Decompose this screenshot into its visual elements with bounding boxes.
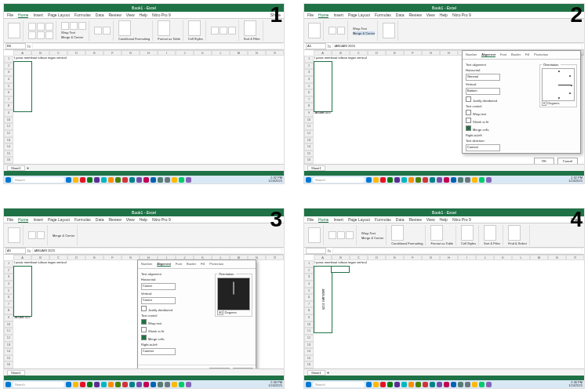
taskbar-app-icon[interactable] [408,177,414,183]
ribbon[interactable]: Wrap TextMerge & Center [304,19,584,43]
ok-button[interactable]: OK [209,368,230,368]
taskbar-app-icon[interactable] [401,382,407,387]
cancel-button[interactable]: Cancel [233,368,253,368]
taskbar-app-icon[interactable] [486,177,492,183]
shrink-checkbox[interactable] [466,118,471,123]
taskbar-app-icon[interactable] [430,177,435,183]
taskbar-app-icon[interactable] [416,177,421,183]
taskbar-app-icon[interactable] [444,177,449,183]
taskbar-app-icon[interactable] [66,177,71,183]
clock[interactable]: 2:32 PM1/24/2025 [268,176,282,183]
wrap-checkbox[interactable] [466,110,471,115]
taskbar-app-icon[interactable] [151,382,156,387]
taskbar-app-icon[interactable] [108,177,114,183]
dialog-tabs[interactable]: NumberAlignmentFontBorderFillProtection [463,51,580,60]
ok-button[interactable]: OK [534,158,554,164]
cond-format-button[interactable] [118,20,131,36]
text-direction-dropdown[interactable]: Context [466,144,500,151]
orientation-dial[interactable] [542,68,575,101]
taskbar-app-icon[interactable] [444,382,449,387]
taskbar-app-icon[interactable] [387,382,393,387]
merged-cell[interactable] [314,61,332,112]
taskbar-app-icon[interactable] [129,382,135,387]
name-box[interactable]: B6 [5,43,26,49]
vertical-dropdown[interactable]: Bottom [466,88,500,95]
cell-a1[interactable]: I posis membuat tulisan tegov vertical [13,56,67,60]
cell-grid[interactable]: I posis membuat tulisan tegov vertical [13,56,284,164]
merged-vertical-cell[interactable]: JANUARI 2025 [314,266,332,333]
formula-bar[interactable]: B6 fx [4,43,284,50]
worksheet[interactable]: ABCDEFGHIJKLMNO 12345678910111213141516 … [4,50,284,164]
taskbar-app-icon[interactable] [401,177,407,183]
taskbar-app-icon[interactable] [158,177,163,183]
degrees-spinner[interactable]: 90 [217,310,223,315]
taskbar-app-icon[interactable] [366,177,372,183]
taskbar-app-icon[interactable] [129,177,135,183]
taskbar-app-icon[interactable] [394,177,400,183]
row-headers[interactable]: 12345678910111213141516 [4,56,13,164]
taskbar-app-icon[interactable] [387,177,393,183]
merge-center-button[interactable]: Merge & Center [353,31,375,35]
formula-input[interactable]: JANUARI 2025 [332,43,583,49]
taskbar-app-icon[interactable] [73,177,78,183]
taskbar-app-icon[interactable] [172,382,177,387]
taskbar-app-icon[interactable] [87,177,93,183]
worksheet[interactable]: ABCDEFGHIJKLMNO12345678910111213141516 I… [304,50,584,164]
merge-checkbox[interactable] [141,335,147,340]
taskbar-app-icon[interactable] [151,177,156,183]
taskbar-app-icon[interactable] [479,177,485,183]
taskbar-app-icon[interactable] [416,382,421,387]
ribbon-tabs[interactable]: FileHomeInsertPage LayoutFormulasDataRev… [304,216,584,223]
column-headers[interactable]: ABCDEFGHIJKLMNO [13,50,284,56]
taskbar-app-icon[interactable] [94,382,100,387]
taskbar-app-icon[interactable] [437,177,442,183]
taskbar[interactable]: Search 2:36 PM1/24/2025 [4,380,284,388]
taskbar-app-icon[interactable] [380,382,386,387]
merge-checkbox[interactable] [466,125,471,131]
taskbar-app-icon[interactable] [472,382,477,387]
taskbar-app-icon[interactable] [366,382,372,387]
taskbar-app-icon[interactable] [158,382,163,387]
taskbar-app-icon[interactable] [165,382,170,387]
taskbar-app-icon[interactable] [472,177,477,183]
taskbar-app-icon[interactable] [143,382,149,387]
taskbar[interactable]: Search 2:32 PM1/24/2025 [304,176,584,183]
taskbar-app-icon[interactable] [136,382,142,387]
name-box[interactable]: A5 [306,43,326,49]
taskbar-app-icon[interactable] [465,382,470,387]
taskbar-app-icon[interactable] [101,177,107,183]
fx-icon[interactable]: fx [27,44,31,49]
vertical-dropdown[interactable]: Center [141,297,176,304]
taskbar-app-icon[interactable] [186,177,191,183]
taskbar-app-icon[interactable] [451,382,456,387]
taskbar-app-icon[interactable] [115,177,121,183]
taskbar-apps[interactable] [66,177,191,183]
wrap-checkbox[interactable] [141,319,147,325]
taskbar-app-icon[interactable] [172,177,177,183]
selected-cell-b2[interactable] [331,266,350,273]
taskbar-app-icon[interactable] [94,177,100,183]
justify-checkbox[interactable] [466,96,471,102]
format-cells-dialog[interactable]: NumberAlignmentFontBorderFillProtection … [137,260,256,368]
taskbar-app-icon[interactable] [115,382,121,387]
paste-button[interactable] [8,23,20,38]
ribbon[interactable]: Wrap TextMerge & Center Conditional Form… [4,19,284,43]
taskbar-app-icon[interactable] [430,382,435,387]
taskbar-app-icon[interactable] [423,382,428,387]
cancel-button[interactable]: Cancel [557,158,578,164]
worksheet[interactable]: ABCDEFGHIJKLMNO12345678910111213141516 I… [4,255,284,368]
merged-cell-a2a10[interactable] [13,61,32,112]
formula-input[interactable] [32,43,282,49]
taskbar-app-icon[interactable] [373,177,379,183]
taskbar-app-icon[interactable] [136,177,142,183]
taskbar-app-icon[interactable] [458,177,463,183]
ribbon-tabs[interactable]: FileHomeInsertPage LayoutFormulasDataRev… [304,12,584,19]
taskbar-app-icon[interactable] [101,382,107,387]
taskbar-app-icon[interactable] [380,177,386,183]
taskbar-app-icon[interactable] [87,382,93,387]
taskbar-app-icon[interactable] [143,177,149,183]
taskbar-app-icon[interactable] [108,382,114,387]
taskbar-app-icon[interactable] [458,382,463,387]
taskbar-app-icon[interactable] [179,177,184,183]
taskbar-app-icon[interactable] [465,177,470,183]
